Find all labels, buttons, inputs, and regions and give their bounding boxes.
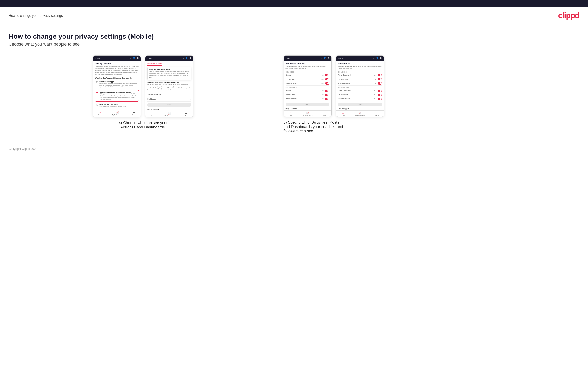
screen3-bottom-nav: ⌂ Home 📈 My Performance ☰ Menu — [284, 110, 331, 117]
radio-coach-only[interactable] — [96, 104, 98, 106]
chart-icon-4: 📈 — [359, 112, 362, 114]
screen3-back[interactable]: ‹ Back — [286, 57, 291, 59]
what-to-work2-label: What To Work On — [338, 98, 350, 100]
screen1-title: Privacy Controls — [95, 62, 139, 65]
rounds2-toggle[interactable] — [325, 90, 329, 92]
manual1-label: Manual Activities — [286, 82, 297, 84]
round-insights2-toggle-label: ON — [374, 94, 376, 96]
option-everyone[interactable]: Everyone on Clippd Everyone on Clippd ca… — [95, 80, 139, 89]
person-icon-3[interactable]: 👤 — [323, 57, 326, 59]
save-button-4[interactable]: Save — [338, 103, 382, 106]
nav-performance-1[interactable]: 📈 My Performance — [112, 111, 122, 116]
save-button-3[interactable]: Save — [286, 103, 329, 106]
player-dash2-toggle-label: ON — [374, 90, 376, 92]
coaches-label-3: COACHES — [286, 71, 329, 73]
radio-approved[interactable] — [96, 92, 98, 93]
coaches-label-4: COACHES — [338, 71, 382, 73]
main-content: How to change your privacy settings (Mob… — [0, 23, 588, 143]
search-icon[interactable]: ⌕ — [130, 57, 131, 59]
option3-desc: Only you and the coaches you connect wit… — [99, 105, 126, 107]
nav-menu-3[interactable]: ☰ Menu — [323, 112, 326, 116]
screen4-nav-icons: ⌕ 👤 ⚙ — [373, 57, 382, 59]
chevron-right-icon-2: › — [190, 98, 191, 100]
screen3-desc: Select the types of activity that you'd … — [286, 66, 329, 70]
what-to-work2-toggle[interactable] — [378, 98, 382, 100]
round-insights-toggle[interactable] — [378, 78, 382, 80]
screen2-back[interactable]: ‹ Back — [147, 57, 152, 59]
settings-icon[interactable]: ⚙ — [137, 57, 139, 59]
screen1-nav: ‹ Back ⌕ 👤 ⚙ — [93, 56, 141, 60]
search-icon-3[interactable]: ⌕ — [321, 57, 322, 59]
rounds1-toggle[interactable] — [325, 74, 329, 76]
chart-icon-2: 📈 — [168, 112, 171, 115]
nav-home-4[interactable]: ⌂ Home — [341, 112, 345, 116]
nav-performance-4[interactable]: 📈 My Performance — [355, 112, 365, 116]
page-title: How to change your privacy settings (Mob… — [9, 33, 579, 40]
caption-left: 4) Choose who can see your Activities an… — [119, 121, 168, 129]
activities-row[interactable]: Activities and Posts › — [147, 92, 191, 97]
what-to-work2-toggle-label: ON — [374, 98, 376, 100]
nav-performance-3[interactable]: 📈 My Performance — [303, 112, 312, 116]
person-icon[interactable]: 👤 — [133, 57, 135, 59]
player-dash-label: Player Dashboard — [338, 74, 351, 76]
settings-icon-4[interactable]: ⚙ — [380, 57, 382, 59]
screen4-nav: ‹ Back ⌕ 👤 ⚙ — [336, 56, 384, 60]
player-dash2-toggle[interactable] — [378, 90, 382, 92]
manual2-row: Manual Activities ON — [286, 97, 329, 101]
chevron-left-icon-4: ‹ — [338, 57, 339, 59]
help-support-2: Help & Support — [147, 108, 191, 110]
save-button-2[interactable]: Save — [147, 103, 191, 107]
manual1-row: Manual Activities ON — [286, 81, 329, 85]
screen1-content: Privacy Controls Control how you and you… — [93, 60, 141, 110]
manual2-toggle[interactable] — [325, 98, 329, 100]
screen4-bottom-nav: ⌂ Home 📈 My Performance ☰ Menu — [336, 110, 384, 117]
help-support-3: Help & Support — [286, 107, 329, 109]
nav-home-2[interactable]: ⌂ Home — [151, 112, 154, 117]
screen1-back[interactable]: ‹ Back — [95, 57, 100, 59]
screen4-back[interactable]: ‹ Back — [338, 57, 343, 59]
search-icon-4[interactable]: ⌕ — [373, 57, 374, 59]
round-insights2-toggle[interactable] — [378, 94, 382, 96]
what-to-work-label: What To Work On — [338, 82, 350, 84]
dashboards-row[interactable]: Dashboards › — [147, 97, 191, 102]
radio-everyone[interactable] — [96, 81, 98, 83]
right-phones: ‹ Back ⌕ 👤 ⚙ Activities and Posts Select… — [284, 56, 384, 117]
screen3-content: Activities and Posts Select the types of… — [284, 60, 331, 110]
nav-home-1[interactable]: ⌂ Home — [98, 111, 102, 116]
screen2-nav: ‹ Back ⌕ 👤 ⚙ — [146, 56, 193, 60]
option-coach-only[interactable]: Only You and Your Coach Only you and the… — [95, 102, 139, 108]
search-icon-2[interactable]: ⌕ — [182, 57, 184, 59]
manual1-toggle[interactable] — [325, 82, 329, 84]
person-icon-4[interactable]: 👤 — [376, 57, 379, 59]
nav-performance-2[interactable]: 📈 My Performance — [165, 112, 174, 117]
copyright: Copyright Clippd 2022 — [9, 147, 37, 150]
menu-icon-3: ☰ — [323, 112, 326, 114]
left-phones: ‹ Back ⌕ 👤 ⚙ Privacy Controls Control ho… — [93, 56, 193, 117]
player-dash-row: Player Dashboard ON — [338, 73, 382, 77]
right-section: ‹ Back ⌕ 👤 ⚙ Activities and Posts Select… — [278, 56, 579, 133]
settings-icon-2[interactable]: ⚙ — [189, 57, 191, 59]
option2-desc: Only approved followers and coaches you … — [100, 93, 137, 100]
rounds2-row: Rounds ON — [286, 89, 329, 93]
nav-menu-1[interactable]: ☰ Menu — [132, 111, 136, 116]
caption-right: 5) Specify which Activities, Posts and D… — [284, 120, 343, 133]
chart-icon: 📈 — [116, 111, 119, 114]
option-approved[interactable]: Only Approved Followers and Your Coach O… — [95, 90, 139, 102]
what-to-work-toggle[interactable] — [378, 82, 382, 84]
practice2-toggle[interactable] — [325, 94, 329, 96]
option1-title: Everyone on Clippd — [99, 81, 138, 83]
screen2-tab[interactable]: Privacy Controls — [147, 62, 162, 66]
option1-desc: Everyone on Clippd can search for you an… — [99, 83, 138, 88]
rounds2-toggle-label: ON — [321, 90, 324, 92]
followers-label-3: FOLLOWERS — [286, 87, 329, 88]
nav-home-3[interactable]: ⌂ Home — [289, 112, 293, 116]
screen-1: ‹ Back ⌕ 👤 ⚙ Privacy Controls Control ho… — [93, 56, 141, 117]
nav-menu-2[interactable]: ☰ Menu — [185, 112, 188, 117]
practice1-toggle-label: ON — [321, 79, 324, 80]
player-dash-toggle[interactable] — [378, 74, 382, 76]
person-icon-2[interactable]: 👤 — [185, 57, 188, 59]
nav-menu-4[interactable]: ☰ Menu — [375, 112, 379, 116]
screen2-bottom-nav: ⌂ Home 📈 My Performance ☰ Menu — [146, 111, 193, 117]
practice1-toggle[interactable] — [325, 78, 329, 80]
settings-icon-3[interactable]: ⚙ — [328, 57, 329, 59]
